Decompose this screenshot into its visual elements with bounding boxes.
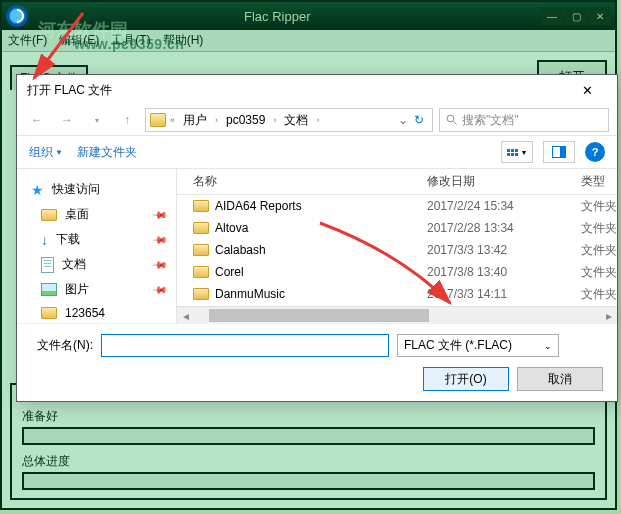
help-button[interactable]: ? — [585, 142, 605, 162]
filename-label: 文件名(N): — [31, 337, 93, 354]
file-row[interactable]: AIDA64 Reports2017/2/24 15:34文件夹 — [177, 195, 617, 217]
folder-icon — [150, 113, 166, 127]
nav-forward-button[interactable]: → — [55, 108, 79, 132]
file-row[interactable]: Corel2017/3/8 13:40文件夹 — [177, 261, 617, 283]
sidebar-item-desktop[interactable]: 桌面 📌 — [17, 202, 176, 227]
file-type: 文件夹 — [577, 264, 617, 281]
file-row[interactable]: DanmuMusic2017/3/3 14:11文件夹 — [177, 283, 617, 305]
filename-input[interactable] — [101, 334, 389, 357]
nav-recent-button[interactable]: ▾ — [85, 108, 109, 132]
chevron-icon: › — [213, 115, 220, 125]
file-date: 2017/3/3 14:11 — [427, 287, 577, 301]
breadcrumb[interactable]: « 用户 › pc0359 › 文档 › ⌄ ↻ — [145, 108, 433, 132]
chevron-icon: « — [168, 115, 177, 125]
organize-button[interactable]: 组织 ▼ — [29, 144, 63, 161]
search-input[interactable]: 搜索"文档" — [439, 108, 609, 132]
file-name: DanmuMusic — [215, 287, 285, 301]
file-name: AIDA64 Reports — [215, 199, 302, 213]
file-list: 名称 修改日期 类型 AIDA64 Reports2017/2/24 15:34… — [177, 169, 617, 323]
scroll-right-button[interactable]: ▸ — [600, 307, 617, 323]
svg-point-0 — [447, 115, 454, 122]
new-folder-button[interactable]: 新建文件夹 — [77, 144, 137, 161]
filetype-select[interactable]: FLAC 文件 (*.FLAC) ⌄ — [397, 334, 559, 357]
folder-icon — [193, 288, 209, 300]
watermark-url: www.pc0359.cn — [74, 36, 184, 52]
breadcrumb-pc0359[interactable]: pc0359 — [222, 113, 269, 127]
sidebar-item-pictures[interactable]: 图片 📌 — [17, 277, 176, 302]
pin-icon: 📌 — [152, 231, 168, 247]
view-mode-button[interactable]: ▼ — [501, 141, 533, 163]
file-name: Calabash — [215, 243, 266, 257]
svg-line-1 — [454, 122, 457, 125]
chevron-down-icon: ⌄ — [544, 341, 552, 351]
breadcrumb-docs[interactable]: 文档 — [280, 112, 312, 129]
ready-label: 准备好 — [22, 408, 595, 425]
refresh-button[interactable]: ↻ — [410, 113, 428, 127]
file-type: 文件夹 — [577, 220, 617, 237]
sidebar-quick-access[interactable]: ★ 快速访问 — [17, 177, 176, 202]
dialog-cancel-button[interactable]: 取消 — [517, 367, 603, 391]
folder-icon — [193, 244, 209, 256]
chevron-icon: › — [271, 115, 278, 125]
file-type: 文件夹 — [577, 286, 617, 303]
dialog-open-button[interactable]: 打开(O) — [423, 367, 509, 391]
picture-icon — [41, 283, 57, 296]
search-icon — [446, 114, 458, 126]
column-type[interactable]: 类型 — [577, 173, 617, 190]
app-icon — [6, 5, 28, 27]
nav-up-button[interactable]: ↑ — [115, 108, 139, 132]
file-date: 2017/2/28 13:34 — [427, 221, 577, 235]
file-date: 2017/3/8 13:40 — [427, 265, 577, 279]
column-headers: 名称 修改日期 类型 — [177, 169, 617, 195]
total-progress-label: 总体进度 — [22, 453, 595, 470]
file-date: 2017/3/3 13:42 — [427, 243, 577, 257]
folder-icon — [193, 266, 209, 278]
horizontal-scrollbar[interactable]: ◂ ▸ — [177, 306, 617, 323]
document-icon — [41, 257, 54, 273]
progress-bar-2 — [22, 472, 595, 490]
sidebar-item-123654[interactable]: 123654 — [17, 302, 176, 323]
dialog-close-button[interactable]: ✕ — [567, 79, 607, 101]
app-title: Flac Ripper — [244, 9, 621, 24]
file-name: Corel — [215, 265, 244, 279]
column-date[interactable]: 修改日期 — [427, 173, 577, 190]
file-type: 文件夹 — [577, 198, 617, 215]
download-icon: ↓ — [41, 232, 48, 248]
pin-icon: 📌 — [152, 281, 168, 297]
folder-icon — [193, 200, 209, 212]
chevron-icon: › — [314, 115, 321, 125]
column-name[interactable]: 名称 — [177, 173, 427, 190]
file-type: 文件夹 — [577, 242, 617, 259]
folder-icon — [193, 222, 209, 234]
folder-icon — [41, 307, 57, 319]
breadcrumb-users[interactable]: 用户 — [179, 112, 211, 129]
pin-icon: 📌 — [152, 256, 168, 272]
scrollbar-thumb[interactable] — [209, 309, 429, 322]
sidebar-item-documents[interactable]: 文档 📌 — [17, 252, 176, 277]
search-placeholder: 搜索"文档" — [462, 112, 519, 129]
progress-bar-1 — [22, 427, 595, 445]
file-open-dialog: 打开 FLAC 文件 ✕ ← → ▾ ↑ « 用户 › pc0359 › 文档 … — [16, 74, 618, 402]
file-row[interactable]: Altova2017/2/28 13:34文件夹 — [177, 217, 617, 239]
file-name: Altova — [215, 221, 248, 235]
file-row[interactable]: Calabash2017/3/3 13:42文件夹 — [177, 239, 617, 261]
sidebar: ★ 快速访问 桌面 📌 ↓ 下载 📌 文档 📌 图片 📌 — [17, 169, 177, 323]
file-date: 2017/2/24 15:34 — [427, 199, 577, 213]
scroll-left-button[interactable]: ◂ — [177, 307, 194, 323]
pin-icon: 📌 — [152, 206, 168, 222]
nav-back-button[interactable]: ← — [25, 108, 49, 132]
folder-icon — [41, 209, 57, 221]
breadcrumb-dropdown-icon[interactable]: ⌄ — [398, 113, 408, 127]
preview-pane-button[interactable] — [543, 141, 575, 163]
star-icon: ★ — [31, 182, 44, 198]
sidebar-item-downloads[interactable]: ↓ 下载 📌 — [17, 227, 176, 252]
dialog-title: 打开 FLAC 文件 — [27, 82, 112, 99]
